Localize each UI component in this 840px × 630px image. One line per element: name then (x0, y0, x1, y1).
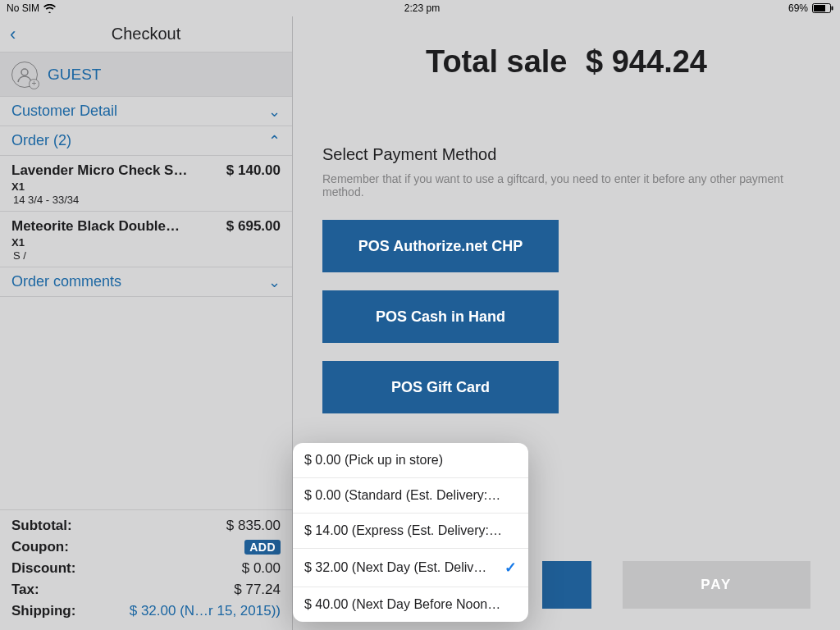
shipping-option[interactable]: $ 14.00 (Express (Est. Delivery:… (293, 514, 528, 549)
total-sale-amount: $ 944.24 (586, 44, 707, 79)
customer-detail-toggle[interactable]: Customer Detail ⌄ (0, 97, 292, 126)
payment-method-cash[interactable]: POS Cash in Hand (322, 290, 559, 343)
order-item-price: $ 695.00 (226, 218, 281, 235)
nav-header: ‹ Checkout (0, 16, 292, 52)
add-customer-icon: + (29, 79, 39, 89)
shipping-option-label: $ 32.00 (Next Day (Est. Deliv… (304, 560, 486, 575)
coupon-label: Coupon: (11, 539, 69, 555)
order-item-name: Lavender Micro Check S… (11, 162, 187, 179)
customer-row[interactable]: + GUEST (0, 52, 292, 97)
shipping-label: Shipping: (11, 603, 75, 619)
shipping-option[interactable]: $ 0.00 (Pick up in store) (293, 443, 528, 478)
customer-detail-label: Customer Detail (11, 103, 117, 120)
order-item[interactable]: Meteorite Black Double… $ 695.00 X1 S / (0, 212, 292, 267)
subtotal-label: Subtotal: (11, 518, 72, 534)
total-sale-title: Total sale (426, 44, 567, 79)
shipping-option-label: $ 40.00 (Next Day Before Noon… (304, 597, 500, 612)
checkout-sidebar: ‹ Checkout + GUEST Customer Detail ⌄ Ord… (0, 16, 293, 630)
tax-value: $ 77.24 (234, 582, 281, 598)
payment-method-giftcard[interactable]: POS Gift Card (322, 361, 559, 413)
order-item-qty: X1 (11, 180, 281, 193)
customer-name: GUEST (48, 66, 101, 84)
order-comments-label: Order comments (11, 273, 121, 290)
subtotal-value: $ 835.00 (226, 518, 281, 534)
pay-button[interactable]: PAY (623, 561, 811, 609)
order-comments-toggle[interactable]: Order comments ⌄ (0, 267, 292, 297)
shipping-option[interactable]: $ 0.00 (Standard (Est. Delivery:… (293, 478, 528, 514)
add-coupon-button[interactable]: ADD (244, 540, 281, 555)
order-item-name: Meteorite Black Double… (11, 218, 180, 235)
shipping-option[interactable]: $ 32.00 (Next Day (Est. Deliv… ✓ (293, 549, 528, 587)
payment-method-authorize[interactable]: POS Authorize.net CHP (322, 220, 559, 272)
chevron-down-icon: ⌄ (268, 273, 281, 291)
clock: 2:23 pm (404, 2, 440, 14)
nav-title: Checkout (0, 25, 292, 43)
discount-value: $ 0.00 (242, 560, 281, 577)
order-toggle[interactable]: Order (2) ⌃ (0, 126, 292, 156)
shipping-option-label: $ 14.00 (Express (Est. Delivery:… (304, 523, 502, 538)
shipping-option[interactable]: $ 40.00 (Next Day Before Noon… (293, 587, 528, 622)
svg-rect-2 (832, 7, 833, 11)
action-button[interactable] (542, 561, 591, 609)
status-bar: No SIM 2:23 pm 69% (0, 0, 840, 16)
chevron-up-icon: ⌃ (268, 132, 281, 150)
shipping-popover: $ 0.00 (Pick up in store) $ 0.00 (Standa… (293, 443, 528, 622)
payment-note: Remember that if you want to use a giftc… (322, 172, 810, 199)
carrier-label: No SIM (7, 2, 39, 14)
battery-percent: 69% (788, 2, 808, 14)
shipping-option-label: $ 0.00 (Standard (Est. Delivery:… (304, 488, 500, 503)
order-item[interactable]: Lavender Micro Check S… $ 140.00 X1 14 3… (0, 156, 292, 212)
back-button[interactable]: ‹ (10, 25, 16, 43)
shipping-option-label: $ 0.00 (Pick up in store) (304, 453, 443, 468)
discount-label: Discount: (11, 560, 75, 577)
order-item-price: $ 140.00 (226, 162, 281, 179)
order-item-variant: 14 3/4 - 33/34 (13, 194, 281, 206)
order-item-variant: S / (13, 249, 281, 262)
guest-avatar-icon: + (11, 62, 38, 88)
svg-rect-1 (814, 5, 825, 11)
checkmark-icon: ✓ (504, 559, 517, 577)
total-sale-heading: Total sale $ 944.24 (293, 44, 840, 80)
chevron-down-icon: ⌄ (268, 103, 281, 121)
svg-point-3 (21, 69, 28, 75)
main-panel: Total sale $ 944.24 Select Payment Metho… (293, 16, 840, 630)
order-header-label: Order (2) (11, 132, 71, 149)
order-item-qty: X1 (11, 236, 281, 249)
totals-panel: Subtotal: $ 835.00 Coupon: ADD Discount:… (0, 509, 292, 630)
wifi-icon (43, 4, 56, 13)
shipping-select[interactable]: $ 32.00 (N…r 15, 2015)) (130, 603, 281, 619)
battery-icon (812, 3, 833, 13)
payment-title: Select Payment Method (322, 145, 810, 164)
tax-label: Tax: (11, 582, 39, 598)
